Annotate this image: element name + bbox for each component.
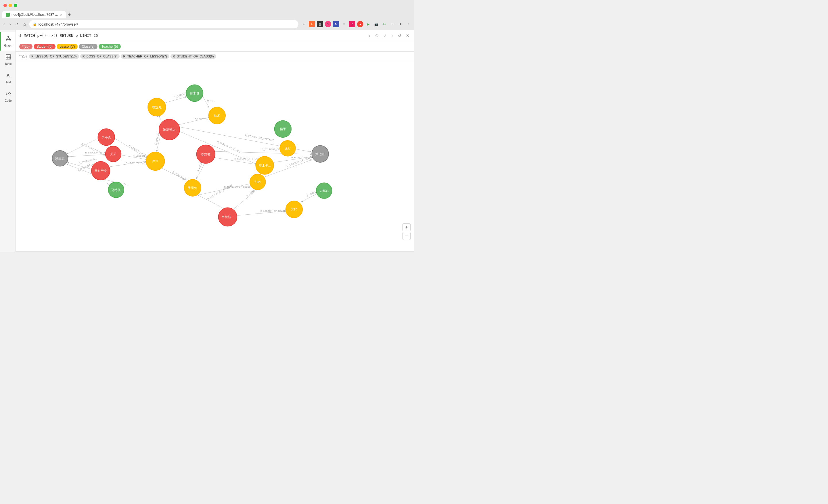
forward-button[interactable]: › — [8, 21, 12, 28]
extension-icon-5[interactable]: ≡ — [341, 21, 347, 27]
traffic-lights — [3, 4, 17, 7]
query-download-button[interactable]: ↓ — [367, 32, 372, 39]
extension-icon-1[interactable]: F — [309, 21, 315, 27]
svg-point-32 — [146, 152, 164, 170]
menu-button[interactable]: ≡ — [405, 21, 412, 27]
query-pin-button[interactable]: ⊕ — [374, 32, 380, 39]
query-text: $ MATCH p=()-->() RETURN p LIMIT 25 — [19, 33, 98, 38]
node-jiraiya[interactable]: 自来也 — [186, 85, 203, 102]
edge-label: R_STUDEN...OF_STUDENT — [245, 134, 274, 141]
query-actions: ↓ ⊕ ⤢ ↑ ↺ ✕ — [367, 32, 411, 39]
node-kakashi[interactable]: 旗木卡... — [256, 156, 274, 174]
node-neji[interactable]: 日向宁次 — [91, 162, 110, 180]
extension-icon-3[interactable]: S — [325, 21, 331, 27]
extension-icon-9[interactable]: G — [381, 21, 387, 27]
extension-icon-4[interactable]: N — [333, 21, 339, 27]
status-bar: Displaying 20 nodes, 28 relationships. — [16, 251, 414, 252]
rel-teacher-of-lesson[interactable]: R_TEACHER_OF_LESSON(7) — [121, 54, 169, 59]
extension-icon-6[interactable]: Z — [349, 21, 355, 27]
main-content: $ MATCH p=()-->() RETURN p LIMIT 25 ↓ ⊕ … — [16, 30, 414, 252]
url-text: localhost:7474/browser/ — [39, 22, 295, 27]
sidebar-item-text[interactable]: A Text — [0, 69, 15, 87]
node-head-hunter[interactable]: 掮手 — [275, 121, 292, 138]
query-expand-button[interactable]: ⤢ — [382, 32, 388, 39]
node-class7[interactable]: 第七班 — [312, 145, 329, 163]
extension-icon-8[interactable]: ▶ — [365, 21, 371, 27]
node-shuriken[interactable]: 手里剑 — [184, 179, 201, 196]
svg-rect-7 — [6, 55, 11, 59]
url-bar[interactable]: 🔒 localhost:7474/browser/ — [29, 20, 298, 28]
node-spiral-ball[interactable]: 螺旋丸 — [148, 98, 166, 116]
bookmark-icon[interactable]: ☆ — [301, 21, 307, 27]
node-sakura[interactable]: 春野樱 — [197, 145, 215, 164]
node-taijutsu[interactable]: 体术 — [146, 152, 164, 170]
minimize-button[interactable] — [9, 4, 12, 7]
node-curse-mark[interactable]: 咒印 — [286, 201, 303, 218]
label-lesson[interactable]: Lesson(7) — [57, 44, 78, 49]
rel-student-of-class[interactable]: R_STUDENT_OF_CLASS(6) — [170, 54, 216, 59]
sidebar-item-code[interactable]: Code — [0, 87, 15, 106]
rel-lesson-of-student[interactable]: R_LESSON_OF_STUDENT(13) — [29, 54, 79, 59]
node-medical[interactable]: 医疗 — [280, 140, 296, 156]
more-button[interactable]: ⋯ — [389, 21, 396, 27]
active-tab[interactable]: neo4j@bolt://localhost:7687 ... ✕ — [2, 11, 66, 18]
query-up-button[interactable]: ↑ — [390, 32, 395, 39]
home-button[interactable]: ⌂ — [22, 21, 27, 28]
tab-title: neo4j@bolt://localhost:7687 ... — [11, 13, 58, 17]
sidebar-item-graph[interactable]: Graph — [0, 32, 15, 51]
extension-icon-7[interactable]: ● — [357, 21, 363, 27]
browser-toolbar: ☆ F {} S N ≡ Z ● ▶ 📷 G ⋯ ⬇ ≡ — [301, 21, 412, 27]
label-teacher[interactable]: Teacher(5) — [98, 44, 121, 49]
svg-point-20 — [159, 119, 180, 140]
svg-point-36 — [184, 179, 201, 196]
svg-point-42 — [275, 121, 292, 138]
sidebar-item-table[interactable]: Table — [0, 51, 15, 69]
node-class3[interactable]: 第三班 — [52, 150, 68, 166]
close-button[interactable] — [3, 4, 7, 7]
label-class[interactable]: Class(2) — [79, 44, 97, 49]
extension-icon-2[interactable]: {} — [317, 21, 323, 27]
back-button[interactable]: ‹ — [2, 21, 6, 28]
zoom-in-button[interactable]: + — [403, 223, 411, 231]
svg-point-18 — [209, 107, 226, 124]
svg-point-30 — [109, 182, 124, 198]
edge-label: R_TE... — [207, 99, 215, 102]
node-orochimaru[interactable]: 大蛇丸 — [316, 183, 332, 198]
node-rock-lee[interactable]: 李洛克 — [98, 129, 115, 146]
node-sage-jutsu[interactable]: 仙术 — [209, 107, 226, 124]
maximize-button[interactable] — [14, 4, 17, 7]
svg-point-14 — [148, 98, 166, 116]
label-all[interactable]: *(20) — [19, 44, 33, 49]
refresh-button[interactable]: ↺ — [14, 21, 20, 28]
node-genjutsu[interactable]: 幻术 — [250, 174, 266, 190]
camera-icon[interactable]: 📷 — [373, 21, 379, 27]
tab-close-button[interactable]: ✕ — [60, 13, 63, 17]
node-sasuke[interactable]: 宇智波... — [218, 208, 237, 226]
edge-label: R_LESSON_OF_CLASS — [217, 140, 240, 153]
svg-point-48 — [316, 183, 332, 198]
node-naruto[interactable]: 漩涡鸣人 — [159, 119, 180, 140]
svg-point-40 — [250, 174, 266, 190]
new-tab-button[interactable]: + — [66, 11, 73, 18]
svg-point-1 — [7, 36, 9, 38]
query-close-button[interactable]: ✕ — [405, 32, 411, 39]
download-icon[interactable]: ⬇ — [397, 21, 404, 27]
label-student[interactable]: Student(6) — [34, 44, 55, 49]
rel-boss-of-class[interactable]: R_BOSS_OF_CLASS(2) — [80, 54, 120, 59]
svg-point-2 — [6, 39, 7, 41]
svg-line-4 — [7, 38, 8, 39]
edge — [67, 154, 106, 157]
graph-area[interactable]: R_TEACHER_... R_TE... R_LESSON_OF_STU...… — [16, 61, 414, 251]
node-tenten[interactable]: 天天 — [106, 146, 121, 162]
edge — [178, 131, 256, 164]
tab-bar: neo4j@bolt://localhost:7687 ... ✕ + — [0, 11, 414, 18]
edge-label: R_LESSON_OF_STUDENT — [260, 210, 289, 212]
zoom-out-button[interactable]: − — [403, 232, 411, 240]
code-icon — [5, 91, 11, 98]
node-gai[interactable]: 迈特凯 — [109, 182, 124, 198]
sidebar-text-label: Text — [5, 81, 11, 84]
address-bar: ‹ › ↺ ⌂ 🔒 localhost:7474/browser/ ☆ F {}… — [0, 18, 414, 30]
query-refresh-button[interactable]: ↺ — [397, 32, 403, 39]
relationships-bar: *(28) R_LESSON_OF_STUDENT(13) R_BOSS_OF_… — [16, 52, 414, 61]
svg-point-44 — [280, 140, 296, 156]
